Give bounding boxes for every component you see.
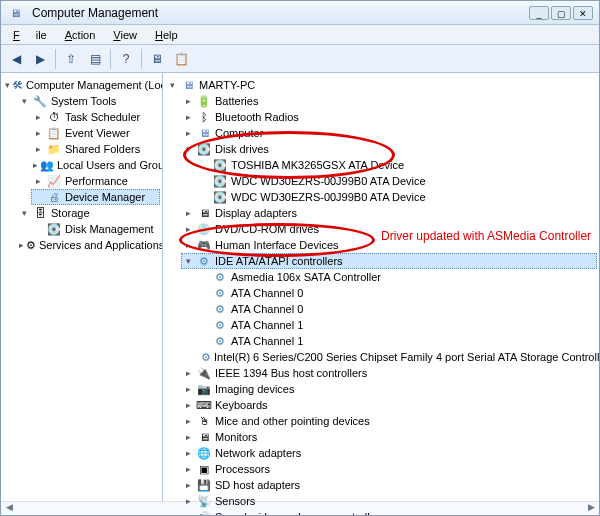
cat-bluetooth[interactable]: ᛒBluetooth Radios <box>181 109 597 125</box>
expand-icon[interactable] <box>183 256 194 267</box>
expand-icon[interactable] <box>167 80 178 91</box>
expand-icon[interactable] <box>183 240 194 251</box>
nav-services-apps[interactable]: ⚙Services and Applications <box>17 237 160 253</box>
body-split: 🛠 Computer Management (Local 🔧 System To… <box>1 73 599 515</box>
expand-icon[interactable] <box>33 144 44 155</box>
expand-icon[interactable] <box>183 432 194 443</box>
nav-local-users[interactable]: 👥Local Users and Groups <box>31 157 160 173</box>
nav-disk-mgmt[interactable]: 💽Disk Management <box>31 221 160 237</box>
minimize-button[interactable]: _ <box>529 6 549 20</box>
disk-drive-item[interactable]: 💽WDC WD30EZRS-00J99B0 ATA Device <box>197 173 597 189</box>
expand-icon[interactable] <box>183 96 194 107</box>
maximize-button[interactable]: ▢ <box>551 6 571 20</box>
expand-icon[interactable] <box>183 384 194 395</box>
back-button[interactable]: ◀ <box>5 48 27 70</box>
cat-imaging[interactable]: 📷Imaging devices <box>181 381 597 397</box>
clock-icon: ⏱ <box>46 109 62 125</box>
expand-icon[interactable] <box>183 448 194 459</box>
disk-drive-item[interactable]: 💽TOSHIBA MK3265GSX ATA Device <box>197 157 597 173</box>
scan-hardware-button[interactable]: 🖥 <box>146 48 168 70</box>
nav-label: Local Users and Groups <box>57 159 163 171</box>
expand-icon[interactable] <box>33 160 38 171</box>
cat-disk-drives[interactable]: 💽Disk drives <box>181 141 597 157</box>
expand-icon[interactable] <box>183 416 194 427</box>
cat-display-adapters[interactable]: 🖥Display adapters <box>181 205 597 221</box>
expand-icon[interactable] <box>183 112 194 123</box>
ide-item[interactable]: ⚙Intel(R) 6 Series/C200 Series Chipset F… <box>197 349 597 365</box>
scroll-track[interactable] <box>17 502 163 515</box>
menu-view[interactable]: View <box>105 27 145 43</box>
nav-shared-folders[interactable]: 📁Shared Folders <box>31 141 160 157</box>
expand-icon[interactable] <box>183 512 194 516</box>
cat-computer[interactable]: 🖥Computer <box>181 125 597 141</box>
expand-icon[interactable] <box>33 128 44 139</box>
nav-task-scheduler[interactable]: ⏱Task Scheduler <box>31 109 160 125</box>
expand-icon[interactable] <box>183 208 194 219</box>
expand-icon[interactable] <box>183 464 194 475</box>
expand-icon[interactable] <box>183 144 194 155</box>
nav-system-tools[interactable]: 🔧 System Tools <box>17 93 160 109</box>
help-button[interactable]: ? <box>115 48 137 70</box>
expand-icon[interactable] <box>183 480 194 491</box>
nav-label: Performance <box>65 175 128 187</box>
device-label: Sound, video and game controllers <box>215 511 385 515</box>
cat-ieee1394[interactable]: 🔌IEEE 1394 Bus host controllers <box>181 365 597 381</box>
menu-action[interactable]: Action <box>57 27 104 43</box>
device-label: IDE ATA/ATAPI controllers <box>215 255 343 267</box>
up-button[interactable]: ⇧ <box>60 48 82 70</box>
ide-item[interactable]: ⚙ATA Channel 1 <box>197 317 597 333</box>
sensor-icon: 📡 <box>196 493 212 509</box>
tools-icon: 🔧 <box>32 93 48 109</box>
cat-hid[interactable]: 🎮Human Interface Devices <box>181 237 597 253</box>
cat-keyboards[interactable]: ⌨Keyboards <box>181 397 597 413</box>
expand-icon[interactable] <box>183 496 194 507</box>
scroll-left-icon[interactable]: ◀ <box>1 502 17 515</box>
cat-mice[interactable]: 🖱Mice and other pointing devices <box>181 413 597 429</box>
properties-button[interactable]: 📋 <box>170 48 192 70</box>
bluetooth-icon: ᛒ <box>196 109 212 125</box>
expand-icon[interactable] <box>19 240 24 251</box>
cat-sound[interactable]: 🔊Sound, video and game controllers <box>181 509 597 515</box>
camera-icon: 📷 <box>196 381 212 397</box>
expand-icon[interactable] <box>19 208 30 219</box>
show-hide-tree-button[interactable]: ▤ <box>84 48 106 70</box>
nav-label: Storage <box>51 207 90 219</box>
ide-item[interactable]: ⚙ATA Channel 1 <box>197 333 597 349</box>
cat-sdhost[interactable]: 💾SD host adapters <box>181 477 597 493</box>
menu-help[interactable]: Help <box>147 27 186 43</box>
nav-performance[interactable]: 📈Performance <box>31 173 160 189</box>
expand-icon[interactable] <box>5 80 10 91</box>
nav-device-manager[interactable]: 🖨Device Manager <box>31 189 160 205</box>
expand-icon[interactable] <box>33 112 44 123</box>
device-label: ATA Channel 1 <box>231 319 303 331</box>
ide-item[interactable]: ⚙Asmedia 106x SATA Controller <box>197 269 597 285</box>
device-root[interactable]: 🖥 MARTY-PC <box>165 77 597 93</box>
cat-dvd[interactable]: 💿DVD/CD-ROM drives <box>181 221 597 237</box>
ide-item[interactable]: ⚙ATA Channel 0 <box>197 285 597 301</box>
ide-item[interactable]: ⚙ATA Channel 0 <box>197 301 597 317</box>
expand-icon[interactable] <box>183 224 194 235</box>
expand-icon[interactable] <box>183 128 194 139</box>
event-icon: 📋 <box>46 125 62 141</box>
expand-icon[interactable] <box>183 368 194 379</box>
expand-icon[interactable] <box>19 96 30 107</box>
cat-sensors[interactable]: 📡Sensors <box>181 493 597 509</box>
cat-network[interactable]: 🌐Network adapters <box>181 445 597 461</box>
disk-drive-item[interactable]: 💽WDC WD30EZRS-00J99B0 ATA Device <box>197 189 597 205</box>
cat-batteries[interactable]: 🔋Batteries <box>181 93 597 109</box>
cat-processors[interactable]: ▣Processors <box>181 461 597 477</box>
expand-icon[interactable] <box>183 400 194 411</box>
left-scroll-footer: ◀ ▶ <box>1 501 163 515</box>
computer-icon: 🖥 <box>196 125 212 141</box>
expand-icon[interactable] <box>33 176 44 187</box>
nav-storage[interactable]: 🗄 Storage <box>17 205 160 221</box>
device-label: Asmedia 106x SATA Controller <box>231 271 381 283</box>
cat-ide[interactable]: ⚙IDE ATA/ATAPI controllers <box>181 253 597 269</box>
nav-root[interactable]: 🛠 Computer Management (Local <box>3 77 160 93</box>
mouse-icon: 🖱 <box>196 413 212 429</box>
nav-event-viewer[interactable]: 📋Event Viewer <box>31 125 160 141</box>
menu-file[interactable]: File <box>5 27 55 43</box>
close-button[interactable]: ✕ <box>573 6 593 20</box>
forward-button[interactable]: ▶ <box>29 48 51 70</box>
cat-monitors[interactable]: 🖥Monitors <box>181 429 597 445</box>
